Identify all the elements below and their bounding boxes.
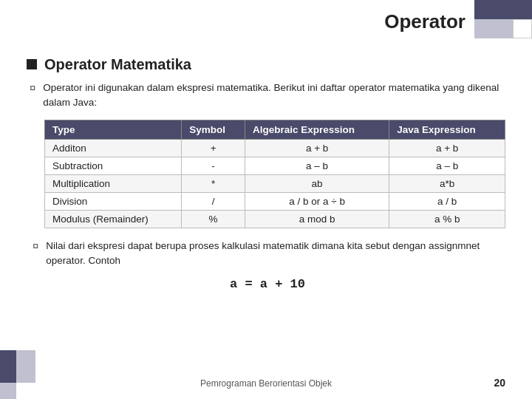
table-cell: a*b (389, 174, 505, 192)
first-description-text: Operator ini digunakan dalam ekspresi ma… (43, 81, 505, 111)
operators-table: Type Symbol Algebraic Expression Java Ex… (44, 120, 505, 228)
table-cell: a % b (389, 210, 505, 228)
main-content: Operator Matematika ¤ Operator ini digun… (27, 56, 505, 291)
table-cell: - (182, 157, 245, 174)
bottom-left-decoration (0, 350, 33, 399)
table-cell: + (182, 139, 245, 157)
table-cell: ab (245, 174, 389, 192)
table-cell: Division (45, 192, 182, 210)
table-cell: Additon (45, 139, 182, 157)
first-bullet-icon: ¤ (30, 81, 35, 111)
table-row: Additon+a + ba + b (45, 139, 505, 157)
table-cell: a + b (245, 139, 389, 157)
section-heading: Operator Matematika (27, 56, 505, 73)
table-cell: a / b (389, 192, 505, 210)
footer-course-name: Pemrograman Berorientasi Objek (0, 378, 532, 389)
table-cell: Modulus (Remainder) (45, 210, 182, 228)
footer-page-number: 20 (494, 377, 505, 389)
col-header-java: Java Expression (389, 120, 505, 139)
table-cell: a – b (245, 157, 389, 174)
table-row: Subtraction-a – ba – b (45, 157, 505, 174)
second-bullet-icon: ¤ (33, 239, 38, 269)
table-row: Division/a / b or a ÷ ba / b (45, 192, 505, 210)
section-heading-text: Operator Matematika (44, 56, 191, 73)
second-description-text: Nilai dari ekspresi dapat berupa proses … (46, 239, 505, 269)
table-row: Modulus (Remainder)%a mod ba % b (45, 210, 505, 228)
table-cell: Multiplication (45, 174, 182, 192)
table-row: Multiplication*aba*b (45, 174, 505, 192)
page-title: Operator (384, 10, 466, 33)
table-cell: a + b (389, 139, 505, 157)
code-example: a = a + 10 (30, 277, 505, 291)
first-description-block: ¤ Operator ini digunakan dalam ekspresi … (30, 81, 505, 111)
col-header-algebraic: Algebraic Expression (245, 120, 389, 139)
table-cell: Subtraction (45, 157, 182, 174)
table-cell: % (182, 210, 245, 228)
second-description-block: ¤ Nilai dari ekspresi dapat berupa prose… (30, 239, 505, 292)
table-cell: a – b (389, 157, 505, 174)
table-cell: a mod b (245, 210, 389, 228)
footer: Pemrograman Berorientasi Objek 20 (0, 378, 532, 389)
page: Operator Operator Matematika ¤ Operator … (0, 0, 532, 399)
table-cell: * (182, 174, 245, 192)
table-cell: / (182, 192, 245, 210)
top-right-decoration (474, 0, 532, 38)
col-header-type: Type (45, 120, 182, 139)
bullet-square-icon (27, 59, 37, 69)
table-cell: a / b or a ÷ b (245, 192, 389, 210)
col-header-symbol: Symbol (182, 120, 245, 139)
